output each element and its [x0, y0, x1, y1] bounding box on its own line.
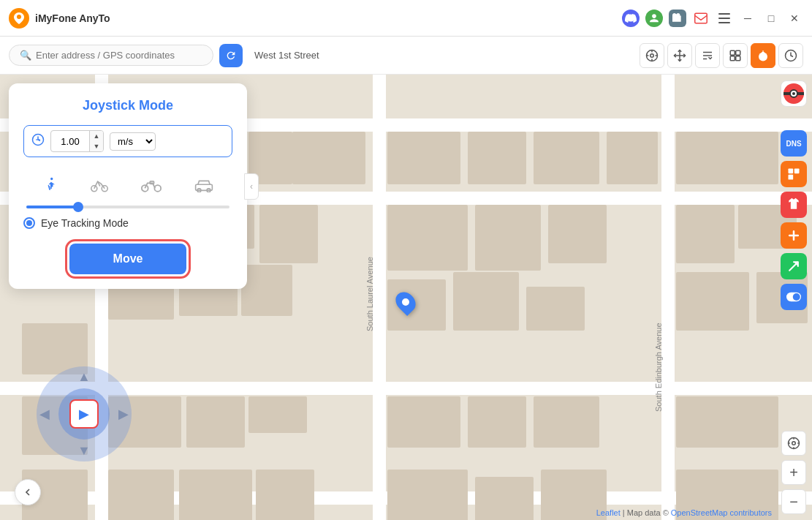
discord-icon[interactable] [622, 10, 640, 27]
svg-rect-37 [789, 175, 794, 180]
app-title: iMyFone AnyTo [35, 12, 622, 24]
bag-icon[interactable] [669, 10, 686, 27]
locate-button[interactable] [781, 431, 806, 456]
eye-tracking-radio-inner [26, 220, 32, 226]
toolbar-multispot-btn[interactable] [723, 43, 748, 68]
svg-point-1 [17, 15, 21, 19]
svg-point-26 [154, 185, 161, 192]
toolbar-target-btn[interactable] [640, 43, 664, 68]
transport-bike[interactable] [85, 175, 114, 195]
maximize-button[interactable]: □ [762, 10, 780, 27]
street-label-laurel: South Laurel Avenue [365, 221, 374, 367]
map-attribution: Leaflet | Map data © OpenStreetMap contr… [596, 508, 772, 517]
move-button[interactable]: Move [69, 244, 187, 274]
toolbar-route-btn[interactable] [695, 43, 720, 68]
transport-car[interactable] [189, 175, 219, 195]
speed-icon [31, 133, 45, 149]
direction-left[interactable]: ◀ [39, 406, 50, 422]
collapse-button[interactable]: ‹ [244, 173, 259, 200]
toolbar-right [640, 43, 803, 68]
svg-point-7 [650, 53, 654, 57]
svg-rect-17 [736, 56, 740, 60]
slider-fill [26, 206, 77, 208]
svg-rect-5 [718, 22, 730, 23]
eye-tracking-row: Eye Tracking Mode [23, 214, 232, 232]
eye-tracking-label: Eye Tracking Mode [41, 217, 129, 229]
svg-rect-35 [789, 169, 794, 174]
close-button[interactable]: ✕ [786, 10, 803, 27]
dns-button[interactable]: DNS [781, 130, 807, 157]
svg-point-34 [792, 92, 795, 95]
joystick-control: ▲ ▼ ◀ ▶ ▶ [37, 366, 132, 461]
main-area: South Laurel Avenue South Edinburgh Aven… [0, 75, 812, 520]
toolbar-move-btn[interactable] [667, 43, 692, 68]
mail-icon[interactable] [692, 10, 710, 27]
joystick-outer: ▲ ▼ ◀ ▶ ▶ [37, 366, 132, 461]
zoom-out-button[interactable]: − [781, 489, 806, 514]
direction-down[interactable]: ▼ [77, 443, 91, 459]
osm-link[interactable]: OpenStreetMap contributors [671, 508, 772, 517]
svg-rect-4 [718, 18, 730, 19]
speed-input[interactable] [51, 134, 89, 149]
search-input-wrap[interactable]: 🔍 [9, 45, 213, 66]
plus-button[interactable] [781, 222, 807, 249]
minimize-button[interactable]: ─ [739, 10, 756, 27]
user-icon[interactable] [645, 10, 663, 27]
map-area[interactable]: South Laurel Avenue South Edinburgh Aven… [0, 75, 812, 520]
speed-up-button[interactable]: ▲ [90, 131, 103, 141]
direction-up[interactable]: ▲ [77, 369, 91, 385]
svg-rect-16 [730, 56, 735, 60]
right-sidebar: DNS [775, 75, 812, 520]
leaflet-link[interactable]: Leaflet [596, 508, 621, 517]
transport-walk[interactable] [37, 173, 64, 197]
street-label: West 1st Street [254, 50, 319, 61]
svg-rect-14 [730, 50, 735, 55]
joystick-popup: ‹ Joystick Mode ▲ ▼ m/s [9, 83, 247, 289]
transport-row [23, 167, 232, 203]
slider-row [23, 206, 232, 214]
toolbar-history-btn[interactable] [778, 43, 803, 68]
items-button[interactable] [781, 161, 807, 187]
speed-input-wrap[interactable]: ▲ ▼ [50, 130, 104, 152]
svg-point-39 [793, 293, 800, 301]
svg-rect-2 [695, 13, 707, 23]
speed-down-button[interactable]: ▼ [90, 141, 103, 151]
popup-title: Joystick Mode [23, 98, 232, 113]
svg-rect-15 [736, 50, 740, 55]
svg-point-41 [792, 442, 796, 445]
searchbar: 🔍 West 1st Street [0, 37, 812, 75]
menu-icon[interactable] [716, 10, 733, 27]
speed-control-row: ▲ ▼ m/s km/h mph [23, 125, 232, 157]
search-icon: 🔍 [20, 50, 31, 61]
arrow-button[interactable] [781, 253, 807, 279]
street-label-edinburgh: South Edinburgh Avenue [654, 294, 663, 440]
refresh-button[interactable] [219, 44, 243, 67]
transport-motorcycle[interactable] [135, 175, 167, 195]
search-input[interactable] [36, 50, 202, 61]
move-btn-wrap: Move [23, 244, 232, 274]
speed-slider-track[interactable] [26, 206, 229, 208]
joystick-play-button[interactable]: ▶ [69, 399, 99, 429]
play-icon: ▶ [79, 406, 89, 422]
shirt-button[interactable] [781, 192, 807, 218]
location-pin[interactable] [397, 291, 414, 313]
toolbar-joystick-btn[interactable] [751, 43, 775, 68]
eye-tracking-radio[interactable] [23, 217, 35, 229]
joystick-inner: ▶ [58, 388, 110, 440]
dns-label: DNS [786, 140, 801, 148]
left-panel: ‹ Joystick Mode ▲ ▼ m/s [0, 75, 256, 289]
slider-thumb[interactable] [73, 202, 83, 212]
titlebar: iMyFone AnyTo ─ □ ✕ [0, 0, 812, 37]
titlebar-icons: ─ □ ✕ [622, 10, 803, 27]
speed-unit-select[interactable]: m/s km/h mph [110, 132, 156, 151]
svg-rect-36 [794, 169, 800, 174]
back-button[interactable] [15, 479, 41, 505]
svg-rect-3 [718, 13, 730, 15]
app-logo [9, 8, 29, 29]
direction-right[interactable]: ▶ [118, 406, 129, 422]
speed-spinners: ▲ ▼ [89, 131, 103, 151]
zoom-in-button[interactable]: + [781, 460, 806, 485]
svg-point-19 [762, 51, 765, 55]
toggle-button[interactable] [781, 284, 807, 310]
pokemon-ball-button[interactable] [781, 80, 807, 107]
